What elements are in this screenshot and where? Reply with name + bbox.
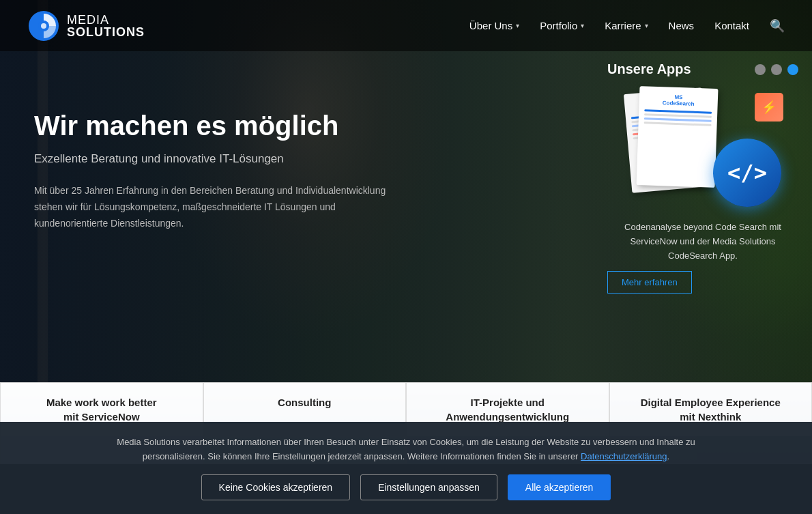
nav-news[interactable]: News [669, 20, 695, 31]
logo-text: MEDIA SOLUTIONS [67, 14, 145, 38]
dot-3[interactable] [787, 64, 798, 75]
logo-solutions: SOLUTIONS [67, 26, 145, 38]
mehr-erfahren-link[interactable]: Mehr erfahren [607, 271, 692, 294]
chevron-down-icon: ▾ [645, 22, 648, 29]
nav-uber-uns[interactable]: Über Uns ▾ [469, 20, 519, 31]
cookie-text: Media Solutions verarbeitet Informatione… [99, 436, 713, 464]
hero-section: Wir machen es möglich Exzellente Beratun… [0, 0, 812, 382]
hero-title: Wir machen es möglich [34, 109, 389, 142]
cookie-privacy-link[interactable]: Datenschutzerklärung [581, 451, 667, 461]
nav-karriere[interactable]: Karriere ▾ [605, 20, 648, 31]
app-illustration: MSCodeSearch 🖼 MSCodeSearch [607, 87, 798, 210]
nav-kontakt[interactable]: Kontakt [714, 20, 749, 31]
app-description: Codenanalyse beyond Code Search mit Serv… [607, 220, 798, 263]
cookie-banner: Media Solutions verarbeitet Informatione… [0, 422, 812, 464]
app-panel-title: Unsere Apps [607, 61, 691, 77]
navbar: MEDIA SOLUTIONS Über Uns ▾ Portfolio ▾ K… [0, 0, 812, 51]
search-icon[interactable]: 🔍 [770, 18, 785, 33]
nav-links: Über Uns ▾ Portfolio ▾ Karriere ▾ News K… [469, 18, 785, 33]
dot-indicators [755, 64, 798, 75]
logo[interactable]: MEDIA SOLUTIONS [27, 10, 145, 42]
dot-2[interactable] [771, 64, 782, 75]
dot-1[interactable] [755, 64, 766, 75]
app-panel: Unsere Apps MSCodeSearch � [607, 61, 798, 294]
card-label-consulting: Consulting [204, 383, 406, 422]
logo-icon [27, 10, 60, 42]
chevron-down-icon: ▾ [516, 22, 519, 29]
app-panel-header: Unsere Apps [607, 61, 798, 77]
nav-portfolio[interactable]: Portfolio ▾ [540, 20, 584, 31]
logo-media: MEDIA [67, 14, 145, 26]
svg-point-2 [41, 23, 46, 29]
chevron-down-icon: ▾ [581, 22, 584, 29]
hero-subtitle: Exzellente Beratung und innovative IT-Lö… [34, 152, 389, 166]
hero-body: Mit über 25 Jahren Erfahrung in den Bere… [34, 183, 389, 231]
